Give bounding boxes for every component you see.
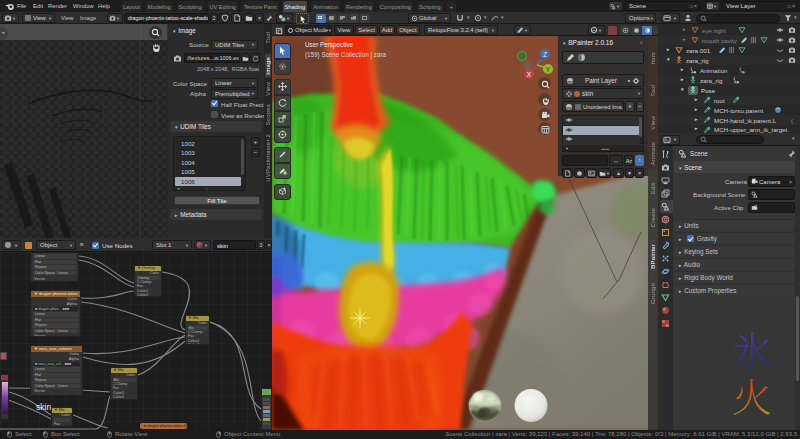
svg-text:Z: Z — [543, 51, 547, 58]
svg-text:X: X — [527, 71, 532, 78]
svg-text:Y: Y — [546, 66, 551, 73]
